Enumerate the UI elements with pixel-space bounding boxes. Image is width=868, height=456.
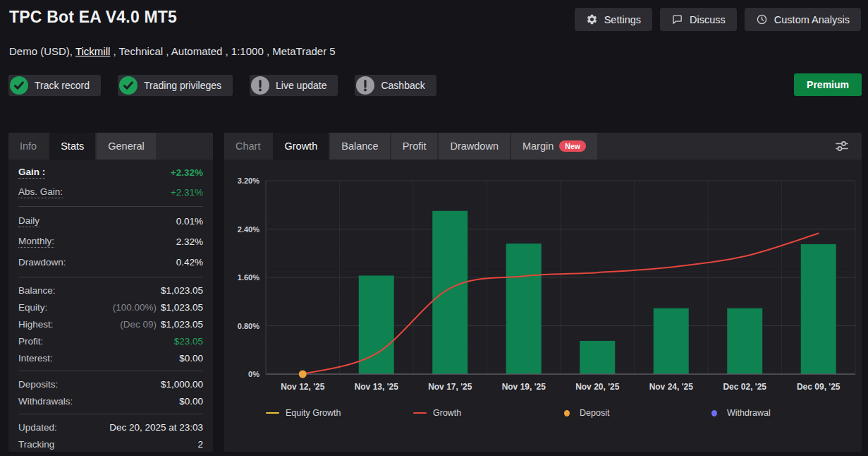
button-label: Discuss: [690, 14, 726, 25]
header-buttons: SettingsDiscussCustom Analysis: [575, 8, 861, 31]
stat-label: Profit:: [18, 336, 43, 347]
chart-y-axis: 0%0.80%1.60%2.40%3.20%: [224, 181, 259, 374]
stat-value: Dec 20, 2025 at 23:03: [109, 422, 203, 433]
section-divider: [18, 371, 203, 371]
stat-value-main: $1,023.05: [161, 319, 203, 330]
discuss-button[interactable]: Discuss: [660, 8, 737, 31]
legend-item-equity-growth[interactable]: Equity Growth: [266, 408, 413, 418]
stat-row: Balance:$1,023.05: [18, 282, 203, 299]
tab-label: Margin: [522, 140, 554, 152]
stat-value-main: +2.32%: [171, 167, 203, 178]
tab-general[interactable]: General: [97, 133, 156, 160]
tab-label: Drawdown: [450, 140, 499, 152]
settings-button[interactable]: Settings: [575, 8, 652, 31]
stat-row: Tracking2: [18, 436, 203, 452]
stat-value-main: $0.00: [179, 396, 203, 407]
tab-profit[interactable]: Profit: [391, 133, 438, 160]
chart-settings-button[interactable]: [832, 137, 852, 155]
stat-value-main: $0.00: [179, 353, 203, 364]
legend-item-withdrawal[interactable]: Withdrawal: [708, 408, 855, 418]
stat-label: Deposits:: [18, 379, 58, 390]
legend-item-deposit[interactable]: Deposit: [561, 408, 708, 418]
stat-value: (Dec 09)$1,023.05: [120, 319, 203, 330]
badge-label: Track record: [35, 80, 90, 91]
account-type: Demo (USD),: [9, 45, 73, 57]
stat-label: Highest:: [18, 319, 54, 330]
stat-value: +2.31%: [171, 187, 203, 198]
tab-chart[interactable]: Chart: [224, 133, 271, 160]
tab-margin[interactable]: MarginNew: [511, 133, 597, 160]
tab-label: Info: [20, 140, 37, 152]
x-tick-label: Nov 12, '25: [266, 382, 340, 392]
growth-bar: [801, 244, 836, 374]
chart-panel: ChartGrowthBalanceProfitDrawdownMarginNe…: [224, 133, 862, 452]
stat-value: +2.32%: [171, 167, 203, 178]
stat-value-note: (100.00%): [113, 302, 157, 313]
stat-label: Withdrawals:: [18, 396, 73, 407]
badge-live-update: Live update: [250, 75, 338, 96]
stat-row: Deposits:$1,000.00: [18, 376, 203, 392]
tab-info[interactable]: Info: [8, 133, 48, 160]
legend-line-swatch: [413, 412, 427, 414]
badge-label: Trading privileges: [144, 80, 221, 91]
legend-label: Deposit: [580, 408, 609, 418]
growth-bar: [727, 308, 762, 374]
stat-row: Drawdown:0.42%: [18, 252, 203, 272]
tab-drawdown[interactable]: Drawdown: [439, 133, 510, 160]
tab-label: Chart: [236, 140, 260, 152]
stats-list: Gain :+2.32%Abs. Gain:+2.31%Daily0.01%Mo…: [8, 160, 213, 452]
tab-label: Balance: [341, 140, 378, 152]
tab-label: Profit: [403, 140, 427, 152]
legend-line-swatch: [266, 412, 279, 414]
stat-value: 2.32%: [176, 236, 203, 247]
stat-value-main: $1,023.05: [161, 302, 203, 313]
stat-value-main: $1,000.00: [161, 379, 203, 390]
chart-legend: Equity GrowthGrowthDepositWithdrawal: [266, 408, 855, 418]
growth-bar: [580, 341, 615, 374]
stat-label: Equity:: [18, 302, 47, 313]
tab-balance[interactable]: Balance: [330, 133, 389, 160]
new-badge: New: [559, 140, 586, 152]
discuss-icon: [671, 13, 683, 25]
filter-sliders-icon: [833, 138, 850, 155]
stat-row: Updated:Dec 20, 2025 at 23:03: [18, 419, 203, 436]
button-label: Custom Analysis: [774, 14, 850, 25]
legend-item-growth[interactable]: Growth: [413, 408, 561, 418]
stat-row: Daily0.01%: [18, 211, 203, 232]
account-details: , Technical , Automated , 1:1000 , MetaT…: [114, 45, 336, 57]
stat-row: Highest:(Dec 09)$1,023.05: [18, 316, 203, 332]
tab-stats[interactable]: Stats: [49, 133, 95, 160]
legend-dot-swatch: [564, 410, 570, 416]
x-tick-label: Nov 17, '25: [413, 382, 487, 392]
stat-label: Interest:: [18, 353, 53, 364]
growth-chart-plot[interactable]: [266, 181, 855, 374]
y-tick-label: 1.60%: [238, 273, 259, 282]
account-subtitle: Demo (USD), Tickmill , Technical , Autom…: [9, 45, 336, 57]
broker-link[interactable]: Tickmill: [75, 45, 110, 57]
y-tick-label: 0.80%: [238, 322, 259, 330]
stat-row: Withdrawals:$0.00: [18, 392, 203, 409]
stat-label: Balance:: [18, 285, 56, 296]
x-tick-label: Nov 19, '25: [487, 382, 561, 392]
stats-panel: InfoStatsGeneral Gain :+2.32%Abs. Gain:+…: [8, 133, 213, 452]
growth-bar: [506, 244, 542, 374]
x-tick-label: Nov 24, '25: [635, 382, 709, 392]
stat-value: $1,023.05: [161, 285, 203, 296]
stat-label: Gain :: [18, 167, 45, 179]
stat-value-main: 2.32%: [176, 236, 203, 247]
stat-value-main: 2: [197, 439, 203, 450]
gear-icon: [586, 13, 598, 25]
growth-bar: [432, 211, 467, 374]
tab-label: General: [108, 140, 145, 152]
premium-button[interactable]: Premium: [794, 73, 862, 96]
x-tick-label: Dec 02, '25: [708, 382, 782, 392]
stat-row: Equity:(100.00%)$1,023.05: [18, 299, 203, 316]
tab-label: Growth: [284, 140, 317, 152]
custom-analysis-button[interactable]: Custom Analysis: [745, 8, 861, 31]
tab-growth[interactable]: Growth: [273, 133, 329, 160]
stat-value: $0.00: [179, 396, 203, 407]
x-tick-label: Nov 20, '25: [561, 382, 635, 392]
stat-label: Abs. Gain:: [18, 186, 63, 198]
clock-icon: [756, 13, 768, 25]
chart-x-axis: Nov 12, '25Nov 13, '25Nov 17, '25Nov 19,…: [266, 382, 855, 392]
